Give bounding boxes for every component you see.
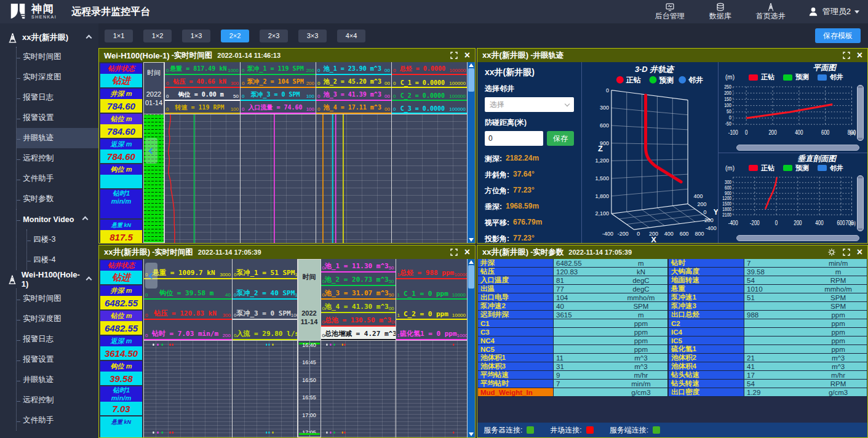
scroll-thumb[interactable] [468,265,474,289]
param-value: 784.60 [100,99,142,113]
sidebar-item[interactable]: --报警设置 [17,108,98,128]
scroll-up-icon[interactable] [469,260,474,264]
param-name-cell: 池体积3 [477,362,554,371]
param-value [100,175,142,188]
menu-admin[interactable]: 后台管理 [655,2,685,20]
anticollision-distance-input[interactable] [485,131,543,146]
expand-icon[interactable] [450,52,458,59]
menu-database[interactable]: 数据库 [709,2,731,20]
layout-button[interactable]: 2×3 [260,30,288,42]
chart-scrollbar[interactable] [468,62,475,243]
offset-well-select[interactable]: 选择 [485,97,574,112]
legend-item: 正钻 [749,164,774,173]
well-node-2[interactable]: Wei-H100(Hole-1) [5,270,98,289]
close-icon[interactable]: × [857,247,862,257]
sidebar-item[interactable]: --实时参数 [17,189,98,209]
sidebar-item[interactable]: --井眼轨迹 [17,370,98,390]
plan-horizontal-scrollbar[interactable] [736,145,859,151]
chart-scrollbar[interactable] [468,259,475,437]
sidebar-item[interactable]: --实时深度图 [17,309,98,329]
svg-text:邻井: 邻井 [688,76,703,84]
sidebar-item[interactable]: --远程控制 [17,148,98,169]
scroll-thumb[interactable] [468,68,474,92]
expand-icon[interactable] [843,249,850,256]
expand-icon[interactable] [450,249,458,256]
svg-text:50: 50 [727,108,731,114]
chevron-left-icon [148,273,154,279]
param-name-cell: IC4 [668,328,744,336]
database-icon [715,2,725,12]
scroll-down-icon[interactable] [469,238,474,242]
svg-text:0: 0 [729,114,731,121]
plan-vertical-scrollbar[interactable] [857,85,864,141]
svg-text:1,200: 1,200 [595,157,609,164]
menu-well-select[interactable]: 首页选井 [756,2,786,20]
param-value-cell: 81degC [554,276,668,285]
layout-button[interactable]: 1×2 [143,30,172,42]
param-row: 钻时1 min/m [100,189,142,218]
sidebar-item[interactable]: --文件助手 [17,169,98,189]
user-menu[interactable]: 管理员2 [808,6,859,17]
param-name-cell: 出口电导 [477,293,554,302]
collapse-handle[interactable] [145,263,157,289]
vertical-section-scrollbar[interactable] [857,175,864,231]
param-row: 钻时1 min/m 7.03 [100,386,142,415]
shenkai-logo-icon [9,2,27,21]
curve-header: 0泵冲_2 = 40 SPM100 [233,279,297,300]
sidebar-item[interactable]: --报警日志 [17,329,98,349]
chevron-left-icon [148,148,154,154]
gear-icon[interactable] [827,248,836,257]
layout-button[interactable]: 2×2 [221,30,249,42]
save-template-button[interactable]: 保存模板 [815,28,861,43]
scroll-down-icon[interactable] [469,432,474,436]
param-label: 钻井状态 [100,260,142,271]
panel-time-chart-1: Wei-H100(Hole-1) -实时时间图 2022-01-14 11:46… [98,48,476,244]
panel-title: xx井(新井眼) [482,247,528,258]
sidebar-item[interactable]: --实时时间图 [17,289,98,309]
curve-header: 0悬重 = 817.49 kN1000 [165,62,240,75]
collapse-handle[interactable] [145,138,157,164]
layout-button[interactable]: 4×4 [337,30,365,42]
svg-text:预测: 预测 [658,76,674,84]
sidebar-item-monitor-video[interactable]: --Monitor Video [17,209,98,229]
param-row: 井深 m 6482.55 [100,285,142,309]
param-label: 井深 m [100,89,142,99]
save-distance-button[interactable]: 保存 [547,131,574,146]
svg-text:600: 600 [821,129,829,136]
status-indicator [527,426,534,434]
curve-header: 0入口流量 = 74.60100 [241,101,316,114]
sidebar-item[interactable]: --文件助手 [17,410,98,431]
sidebar-item-camera[interactable]: --四楼-3 [27,229,98,250]
close-icon[interactable]: × [857,50,862,60]
expand-icon[interactable] [843,52,850,59]
param-name-cell: 钻头钻速 [668,371,744,380]
sidebar-item[interactable]: --远程控制 [17,390,98,410]
table-row: 钻压 120.83kN 大钩高度 39.58m [477,268,867,276]
param-row: 钻位 m 784.60 [100,114,142,138]
layout-button[interactable]: 3×3 [298,30,327,42]
param-value: 784.60 [100,124,142,138]
collapse-chevron-icon[interactable] [86,34,92,41]
layout-button[interactable]: 1×3 [182,30,210,42]
layout-button[interactable]: 1×1 [105,30,133,42]
video-children: --四楼-3 --四楼-4 [26,229,98,270]
sidebar-item[interactable]: --报警日志 [17,87,98,108]
sidebar-item[interactable]: --报警设置 [17,349,98,370]
sidebar-item[interactable]: --井眼轨迹 [17,128,98,148]
vertical-section-horizontal-scrollbar[interactable] [736,235,859,241]
close-icon[interactable]: × [464,247,470,257]
svg-text:300: 300 [600,105,609,111]
collapse-chevron-icon[interactable] [86,276,92,282]
track-pits: 0池_1 = 11.30 m^3500池_2 = 20.73 m^3500池_3… [321,259,396,437]
sidebar-item[interactable]: --实时深度图 [17,67,98,87]
trajectory-stats: 测深:2182.24m 井斜角:37.64° 方位角:77.23° 垂深:196… [485,154,574,244]
sidebar-item-camera[interactable]: --四楼-4 [27,250,98,270]
scroll-up-icon[interactable] [469,63,474,67]
curve-header: 0池_1 = 23.90 m^300 [316,62,391,75]
close-icon[interactable]: × [464,50,470,60]
status-item: 服务端连接: [610,425,660,436]
well-node-1[interactable]: xx井(新井眼) [5,28,98,47]
sidebar-item[interactable]: --实时时间图 [17,47,98,67]
collapse-chevron-icon[interactable] [82,217,89,223]
svg-text:400: 400 [664,231,674,237]
